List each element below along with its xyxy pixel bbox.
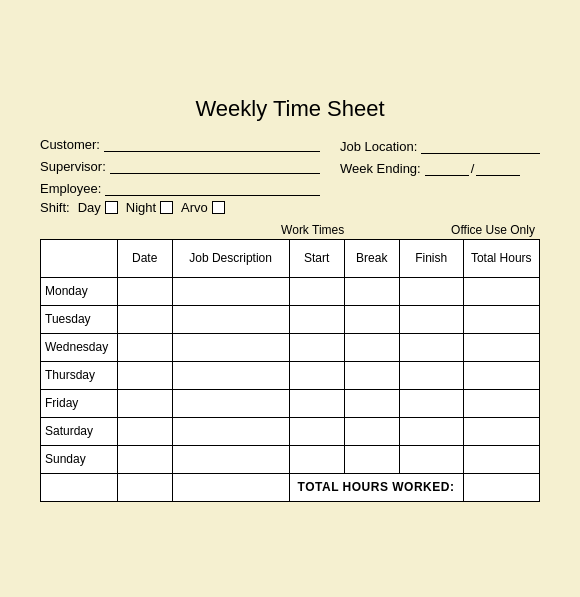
col-header-break: Break xyxy=(344,239,399,277)
week-ending-input-left[interactable] xyxy=(425,160,469,176)
week-ending-slash: / xyxy=(471,161,475,176)
week-ending-input-right[interactable] xyxy=(476,160,520,176)
shift-day-checkbox[interactable] xyxy=(105,201,118,214)
data-cell[interactable] xyxy=(117,361,172,389)
total-hours-value[interactable] xyxy=(463,473,539,501)
data-cell[interactable] xyxy=(172,333,289,361)
timesheet-table: Date Job Description Start Break Finish … xyxy=(40,239,540,502)
data-cell[interactable] xyxy=(344,361,399,389)
data-cell[interactable] xyxy=(117,389,172,417)
data-cell[interactable] xyxy=(399,417,463,445)
table-row: Thursday xyxy=(41,361,540,389)
shift-label: Shift: xyxy=(40,200,70,215)
data-cell[interactable] xyxy=(344,445,399,473)
col-header-day xyxy=(41,239,118,277)
col-header-start: Start xyxy=(289,239,344,277)
day-cell: Tuesday xyxy=(41,305,118,333)
total-row-day xyxy=(41,473,118,501)
shift-night-label: Night xyxy=(126,200,156,215)
data-cell[interactable] xyxy=(289,333,344,361)
data-cell[interactable] xyxy=(399,361,463,389)
supervisor-input[interactable] xyxy=(110,158,320,174)
total-row-date xyxy=(117,473,172,501)
employee-label: Employee: xyxy=(40,181,101,196)
office-use-header: Office Use Only xyxy=(448,223,538,237)
col-header-job: Job Description xyxy=(172,239,289,277)
data-cell[interactable] xyxy=(344,305,399,333)
data-cell[interactable] xyxy=(344,417,399,445)
data-cell[interactable] xyxy=(289,445,344,473)
data-cell[interactable] xyxy=(117,333,172,361)
data-cell[interactable] xyxy=(399,277,463,305)
col-header-date: Date xyxy=(117,239,172,277)
job-location-label: Job Location: xyxy=(340,139,417,154)
shift-arvo-label: Arvo xyxy=(181,200,208,215)
customer-input[interactable] xyxy=(104,136,320,152)
data-cell[interactable] xyxy=(172,361,289,389)
data-cell[interactable] xyxy=(344,277,399,305)
work-times-header: Work Times xyxy=(177,223,448,237)
day-cell: Monday xyxy=(41,277,118,305)
shift-arvo-checkbox[interactable] xyxy=(212,201,225,214)
data-cell[interactable] xyxy=(172,389,289,417)
day-cell: Saturday xyxy=(41,417,118,445)
table-row: Sunday xyxy=(41,445,540,473)
data-cell[interactable] xyxy=(289,277,344,305)
data-cell[interactable] xyxy=(172,445,289,473)
data-cell[interactable] xyxy=(117,417,172,445)
col-header-total: Total Hours xyxy=(463,239,539,277)
data-cell[interactable] xyxy=(399,389,463,417)
data-cell[interactable] xyxy=(289,361,344,389)
data-cell[interactable] xyxy=(172,417,289,445)
col-header-finish: Finish xyxy=(399,239,463,277)
data-cell[interactable] xyxy=(344,333,399,361)
data-cell[interactable] xyxy=(117,445,172,473)
data-cell[interactable] xyxy=(399,305,463,333)
job-location-input[interactable] xyxy=(421,138,540,154)
week-ending-label: Week Ending: xyxy=(340,161,421,176)
day-cell: Wednesday xyxy=(41,333,118,361)
day-cell: Sunday xyxy=(41,445,118,473)
data-cell[interactable] xyxy=(399,445,463,473)
customer-label: Customer: xyxy=(40,137,100,152)
day-cell: Thursday xyxy=(41,361,118,389)
data-cell[interactable] xyxy=(463,361,539,389)
data-cell[interactable] xyxy=(399,333,463,361)
data-cell[interactable] xyxy=(463,445,539,473)
table-row: Wednesday xyxy=(41,333,540,361)
data-cell[interactable] xyxy=(463,333,539,361)
data-cell[interactable] xyxy=(463,305,539,333)
data-cell[interactable] xyxy=(172,305,289,333)
data-cell[interactable] xyxy=(463,389,539,417)
data-cell[interactable] xyxy=(463,417,539,445)
day-cell: Friday xyxy=(41,389,118,417)
data-cell[interactable] xyxy=(289,305,344,333)
table-row: Tuesday xyxy=(41,305,540,333)
data-cell[interactable] xyxy=(289,389,344,417)
total-hours-label: TOTAL HOURS WORKED: xyxy=(289,473,463,501)
data-cell[interactable] xyxy=(344,389,399,417)
shift-night-checkbox[interactable] xyxy=(160,201,173,214)
data-cell[interactable] xyxy=(117,277,172,305)
employee-input[interactable] xyxy=(105,180,320,196)
data-cell[interactable] xyxy=(117,305,172,333)
total-row-job xyxy=(172,473,289,501)
data-cell[interactable] xyxy=(463,277,539,305)
table-row: Saturday xyxy=(41,417,540,445)
data-cell[interactable] xyxy=(289,417,344,445)
table-row: Monday xyxy=(41,277,540,305)
data-cell[interactable] xyxy=(172,277,289,305)
supervisor-label: Supervisor: xyxy=(40,159,106,174)
shift-day-label: Day xyxy=(78,200,101,215)
table-row: Friday xyxy=(41,389,540,417)
page-title: Weekly Time Sheet xyxy=(40,96,540,122)
